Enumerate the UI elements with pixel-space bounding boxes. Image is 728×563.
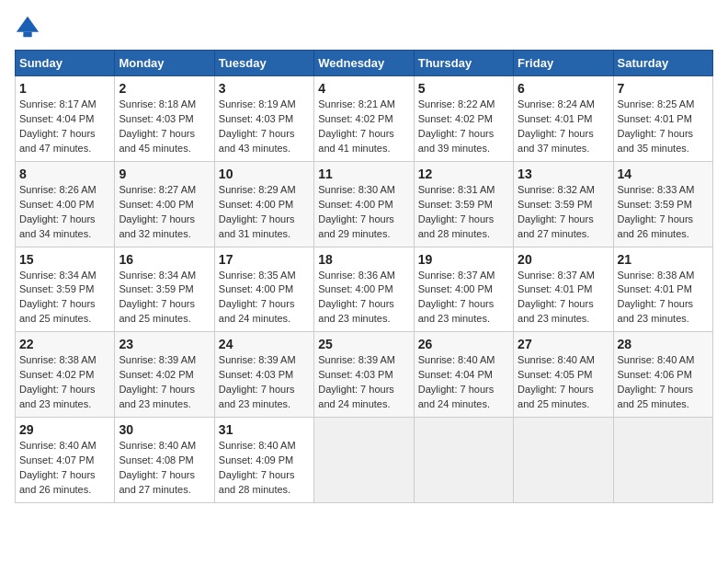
calendar-cell [414,418,513,503]
day-number: 5 [418,81,509,96]
day-number: 9 [119,167,210,181]
calendar-cell: 29 Sunrise: 8:40 AMSunset: 4:07 PMDaylig… [16,418,115,503]
day-number: 18 [318,252,409,267]
week-row-3: 15 Sunrise: 8:34 AMSunset: 3:59 PMDaylig… [16,247,713,332]
calendar-table: SundayMondayTuesdayWednesdayThursdayFrid… [15,50,713,503]
day-number: 22 [19,337,110,351]
day-detail: Sunrise: 8:32 AMSunset: 3:59 PMDaylight:… [518,184,595,239]
day-detail: Sunrise: 8:36 AMSunset: 4:00 PMDaylight:… [318,270,395,325]
day-detail: Sunrise: 8:19 AMSunset: 4:03 PMDaylight:… [219,98,296,154]
calendar-cell: 4 Sunrise: 8:21 AMSunset: 4:02 PMDayligh… [314,76,414,162]
calendar-cell: 9 Sunrise: 8:27 AMSunset: 4:00 PMDayligh… [115,161,214,247]
day-number: 20 [518,252,609,267]
calendar-body: 1 Sunrise: 8:17 AMSunset: 4:04 PMDayligh… [16,76,713,503]
day-detail: Sunrise: 8:27 AMSunset: 4:00 PMDaylight:… [119,184,196,239]
header-day-wednesday: Wednesday [314,51,414,76]
week-row-5: 29 Sunrise: 8:40 AMSunset: 4:07 PMDaylig… [16,418,713,503]
calendar-cell: 10 Sunrise: 8:29 AMSunset: 4:00 PMDaylig… [214,161,313,247]
day-number: 27 [518,337,609,351]
day-detail: Sunrise: 8:37 AMSunset: 4:00 PMDaylight:… [418,270,495,325]
day-number: 6 [518,81,609,96]
day-detail: Sunrise: 8:40 AMSunset: 4:04 PMDaylight:… [418,354,495,409]
header [15,15,713,40]
day-number: 2 [119,81,210,96]
day-detail: Sunrise: 8:34 AMSunset: 3:59 PMDaylight:… [19,270,97,325]
week-row-4: 22 Sunrise: 8:38 AMSunset: 4:02 PMDaylig… [16,332,713,418]
calendar-cell: 26 Sunrise: 8:40 AMSunset: 4:04 PMDaylig… [414,332,513,418]
day-detail: Sunrise: 8:37 AMSunset: 4:01 PMDaylight:… [518,270,595,325]
calendar-cell: 20 Sunrise: 8:37 AMSunset: 4:01 PMDaylig… [514,247,613,332]
day-detail: Sunrise: 8:39 AMSunset: 4:02 PMDaylight:… [119,354,196,409]
calendar-cell: 24 Sunrise: 8:39 AMSunset: 4:03 PMDaylig… [214,332,313,418]
day-detail: Sunrise: 8:39 AMSunset: 4:03 PMDaylight:… [318,354,395,409]
day-detail: Sunrise: 8:26 AMSunset: 4:00 PMDaylight:… [19,184,97,239]
day-detail: Sunrise: 8:29 AMSunset: 4:00 PMDaylight:… [219,184,296,239]
day-number: 10 [219,167,310,181]
svg-rect-1 [23,32,31,38]
day-number: 1 [19,81,110,96]
calendar-cell: 25 Sunrise: 8:39 AMSunset: 4:03 PMDaylig… [314,332,414,418]
header-day-tuesday: Tuesday [214,51,313,76]
day-detail: Sunrise: 8:39 AMSunset: 4:03 PMDaylight:… [219,354,296,409]
day-number: 3 [219,81,310,96]
day-number: 29 [19,422,110,437]
calendar-cell [613,418,712,503]
day-detail: Sunrise: 8:40 AMSunset: 4:07 PMDaylight:… [19,440,97,495]
header-day-friday: Friday [514,51,613,76]
week-row-1: 1 Sunrise: 8:17 AMSunset: 4:04 PMDayligh… [16,76,713,162]
calendar-cell: 3 Sunrise: 8:19 AMSunset: 4:03 PMDayligh… [214,76,313,162]
logo-icon [15,15,40,40]
day-number: 21 [618,252,709,267]
calendar-cell: 21 Sunrise: 8:38 AMSunset: 4:01 PMDaylig… [613,247,712,332]
calendar-cell [514,418,613,503]
header-day-saturday: Saturday [613,51,712,76]
day-number: 11 [318,167,409,181]
logo [15,15,44,40]
day-detail: Sunrise: 8:40 AMSunset: 4:05 PMDaylight:… [518,354,595,409]
day-detail: Sunrise: 8:40 AMSunset: 4:08 PMDaylight:… [119,440,196,495]
calendar-cell: 6 Sunrise: 8:24 AMSunset: 4:01 PMDayligh… [514,76,613,162]
header-day-sunday: Sunday [16,51,115,76]
day-detail: Sunrise: 8:34 AMSunset: 3:59 PMDaylight:… [119,270,196,325]
day-detail: Sunrise: 8:25 AMSunset: 4:01 PMDaylight:… [618,98,695,154]
calendar-cell: 14 Sunrise: 8:33 AMSunset: 3:59 PMDaylig… [613,161,712,247]
calendar-cell: 17 Sunrise: 8:35 AMSunset: 4:00 PMDaylig… [214,247,313,332]
day-detail: Sunrise: 8:40 AMSunset: 4:09 PMDaylight:… [219,440,296,495]
calendar-cell: 13 Sunrise: 8:32 AMSunset: 3:59 PMDaylig… [514,161,613,247]
calendar-cell: 7 Sunrise: 8:25 AMSunset: 4:01 PMDayligh… [613,76,712,162]
calendar-cell: 27 Sunrise: 8:40 AMSunset: 4:05 PMDaylig… [514,332,613,418]
week-row-2: 8 Sunrise: 8:26 AMSunset: 4:00 PMDayligh… [16,161,713,247]
day-number: 4 [318,81,409,96]
calendar-header-row: SundayMondayTuesdayWednesdayThursdayFrid… [16,51,713,76]
calendar-cell: 12 Sunrise: 8:31 AMSunset: 3:59 PMDaylig… [414,161,513,247]
calendar-cell: 19 Sunrise: 8:37 AMSunset: 4:00 PMDaylig… [414,247,513,332]
day-detail: Sunrise: 8:38 AMSunset: 4:01 PMDaylight:… [618,270,695,325]
calendar-cell: 28 Sunrise: 8:40 AMSunset: 4:06 PMDaylig… [613,332,712,418]
day-number: 26 [418,337,509,351]
day-number: 25 [318,337,409,351]
day-detail: Sunrise: 8:35 AMSunset: 4:00 PMDaylight:… [219,270,296,325]
calendar-cell: 22 Sunrise: 8:38 AMSunset: 4:02 PMDaylig… [16,332,115,418]
day-detail: Sunrise: 8:38 AMSunset: 4:02 PMDaylight:… [19,354,97,409]
day-number: 31 [219,422,310,437]
day-number: 23 [119,337,210,351]
day-detail: Sunrise: 8:31 AMSunset: 3:59 PMDaylight:… [418,184,495,239]
day-detail: Sunrise: 8:40 AMSunset: 4:06 PMDaylight:… [618,354,695,409]
svg-marker-0 [17,17,39,32]
calendar-cell: 11 Sunrise: 8:30 AMSunset: 4:00 PMDaylig… [314,161,414,247]
calendar-cell: 15 Sunrise: 8:34 AMSunset: 3:59 PMDaylig… [16,247,115,332]
calendar-cell: 5 Sunrise: 8:22 AMSunset: 4:02 PMDayligh… [414,76,513,162]
calendar-cell: 16 Sunrise: 8:34 AMSunset: 3:59 PMDaylig… [115,247,214,332]
day-detail: Sunrise: 8:18 AMSunset: 4:03 PMDaylight:… [119,98,196,154]
calendar-cell: 8 Sunrise: 8:26 AMSunset: 4:00 PMDayligh… [16,161,115,247]
calendar-cell: 18 Sunrise: 8:36 AMSunset: 4:00 PMDaylig… [314,247,414,332]
calendar-cell: 30 Sunrise: 8:40 AMSunset: 4:08 PMDaylig… [115,418,214,503]
calendar-cell: 23 Sunrise: 8:39 AMSunset: 4:02 PMDaylig… [115,332,214,418]
day-detail: Sunrise: 8:33 AMSunset: 3:59 PMDaylight:… [618,184,695,239]
day-detail: Sunrise: 8:24 AMSunset: 4:01 PMDaylight:… [518,98,595,154]
day-number: 24 [219,337,310,351]
day-number: 14 [618,167,709,181]
day-detail: Sunrise: 8:22 AMSunset: 4:02 PMDaylight:… [418,98,495,154]
day-number: 7 [618,81,709,96]
calendar-cell: 2 Sunrise: 8:18 AMSunset: 4:03 PMDayligh… [115,76,214,162]
